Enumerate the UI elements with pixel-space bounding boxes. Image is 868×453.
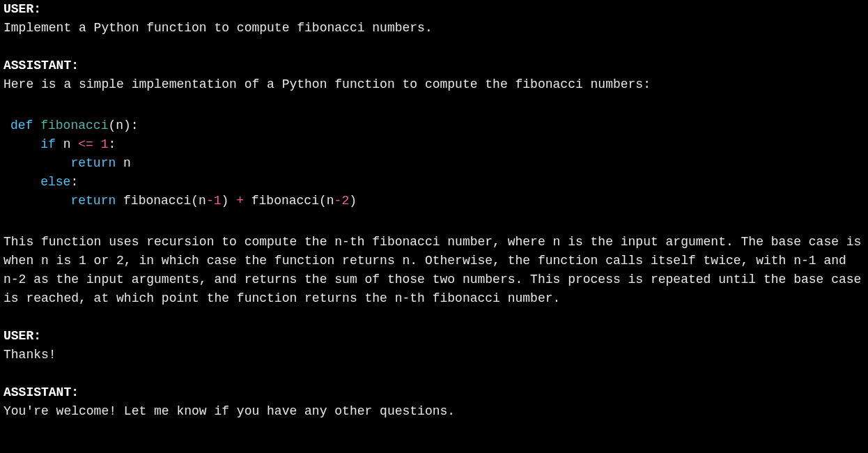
code-block: def fibonacci(n): if n <= 1: return n el… — [10, 116, 865, 210]
assistant-explanation: This function uses recursion to compute … — [3, 235, 861, 305]
code-keyword-else: else — [40, 175, 70, 189]
role-label: USER: — [3, 2, 41, 16]
code-keyword-return: return — [70, 194, 116, 208]
code-num: 1 — [101, 137, 109, 151]
role-label: ASSISTANT: — [3, 59, 79, 72]
code-keyword-return: return — [70, 156, 116, 170]
role-label: ASSISTANT: — [3, 385, 79, 399]
code-op-plus: + — [236, 194, 244, 208]
assistant-message: You're welcome! Let me know if you have … — [3, 404, 455, 418]
code-num: 1 — [214, 194, 222, 208]
code-var: n — [116, 156, 131, 170]
user-message: Thanks! — [3, 348, 56, 362]
code-op-minus: - — [206, 194, 214, 208]
code-op-lte: <= — [78, 137, 93, 151]
turn-assistant-2: ASSISTANT: You're welcome! Let me know i… — [3, 383, 865, 421]
turn-user-2: USER: Thanks! — [3, 327, 865, 364]
code-var: n — [56, 137, 78, 151]
code-fn-call: fibonacci — [251, 194, 319, 208]
code-keyword-if: if — [40, 137, 56, 151]
role-label: USER: — [3, 329, 41, 343]
code-fn-def: fibonacci — [40, 118, 108, 132]
code-op-minus: - — [334, 194, 342, 208]
code-fn-call: fibonacci — [123, 194, 191, 208]
code-num: 2 — [341, 194, 349, 208]
turn-assistant-1: ASSISTANT: Here is a simple implementati… — [3, 56, 865, 308]
code-params: (n): — [108, 118, 138, 132]
code-keyword-def: def — [10, 118, 33, 132]
assistant-intro: Here is a simple implementation of a Pyt… — [3, 77, 651, 91]
user-message: Implement a Python function to compute f… — [3, 21, 433, 35]
turn-user-1: USER: Implement a Python function to com… — [3, 0, 865, 38]
